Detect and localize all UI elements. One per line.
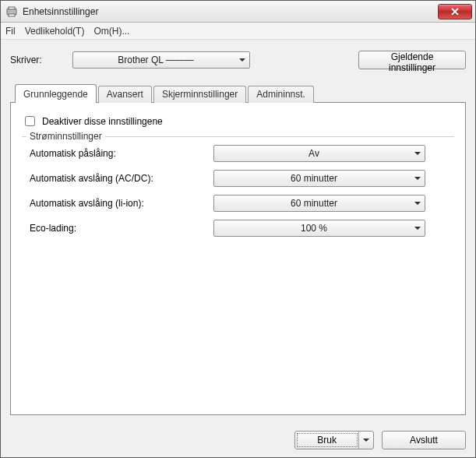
window-close-button[interactable]: [438, 4, 472, 19]
menubar: Fil Vedlikehold(T) Om(H)...: [1, 23, 475, 40]
auto-power-on-select[interactable]: Av: [213, 145, 425, 162]
tab-display[interactable]: Skjerminnstillinger: [153, 86, 246, 103]
tab-basic[interactable]: Grunnleggende: [15, 84, 97, 103]
tabstrip: Grunnleggende Avansert Skjerminnstilling…: [15, 83, 466, 102]
auto-power-off-liion-select[interactable]: 60 minutter: [213, 195, 425, 212]
svg-rect-2: [9, 14, 15, 16]
window-title: Enhetsinnstillinger: [23, 6, 98, 17]
footer: Bruk Avslutt: [1, 423, 475, 457]
printer-select[interactable]: Brother QL ———: [72, 51, 250, 69]
disable-settings-checkbox[interactable]: [25, 116, 35, 126]
power-group-title: Strøminnstillinger: [26, 131, 105, 142]
auto-power-off-ac-label: Automatisk avslåing (AC/DC):: [22, 173, 213, 184]
auto-power-off-ac-select[interactable]: 60 minutter: [213, 170, 425, 187]
tabpage-basic: Deaktiver disse innstillingene Strøminns…: [10, 102, 466, 415]
current-settings-button[interactable]: Gjeldende innstillinger: [358, 51, 466, 69]
power-group: Strøminnstillinger Automatisk påslåing: …: [22, 136, 454, 237]
content-area: Skriver: Brother QL ——— Gjeldende innsti…: [1, 40, 475, 423]
auto-power-on-label: Automatisk påslåing:: [22, 148, 213, 159]
apply-button-label: Bruk: [295, 432, 359, 449]
printer-label: Skriver:: [10, 55, 65, 65]
eco-charge-select[interactable]: 100 %: [213, 220, 425, 237]
tab-admin[interactable]: Admininnst.: [248, 86, 314, 103]
tab-advanced[interactable]: Avansert: [98, 86, 152, 103]
eco-charge-label: Eco-lading:: [22, 223, 213, 234]
printer-row: Skriver: Brother QL ——— Gjeldende innsti…: [10, 51, 466, 69]
app-icon: [5, 5, 18, 18]
auto-power-off-liion-label: Automatisk avslåing (li-ion):: [22, 198, 213, 209]
close-icon: [451, 8, 459, 16]
disable-settings-label: Deaktiver disse innstillingene: [42, 116, 163, 127]
menu-maintain[interactable]: Vedlikehold(T): [25, 26, 85, 37]
apply-split-button[interactable]: Bruk: [294, 431, 374, 449]
apply-dropdown-arrow[interactable]: [359, 432, 373, 449]
svg-rect-1: [9, 7, 15, 9]
menu-file[interactable]: Fil: [5, 26, 16, 37]
titlebar: Enhetsinnstillinger: [1, 1, 475, 23]
close-button[interactable]: Avslutt: [382, 431, 466, 449]
device-settings-window: Enhetsinnstillinger Fil Vedlikehold(T) O…: [0, 0, 476, 458]
menu-about[interactable]: Om(H)...: [93, 26, 129, 37]
